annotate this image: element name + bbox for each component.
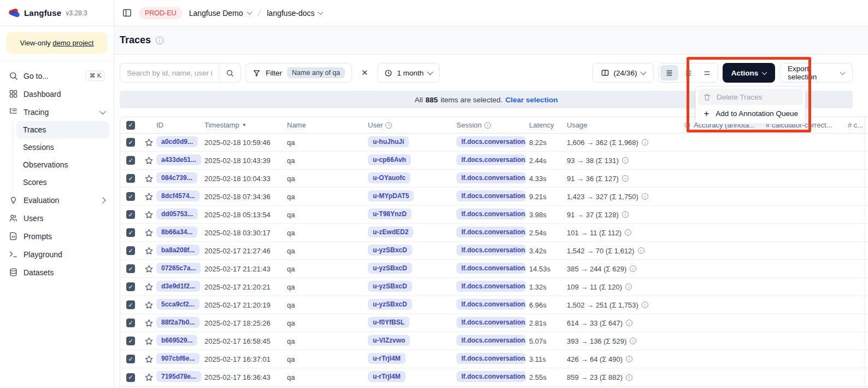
org-switcher[interactable]: Langfuse Demo bbox=[189, 9, 251, 18]
sidebar-item-users[interactable]: Users bbox=[4, 209, 109, 227]
menu-item-delete-traces[interactable]: Delete Traces bbox=[698, 89, 803, 105]
session-badge[interactable]: lf.docs.conversation... bbox=[456, 172, 526, 183]
row-checkbox[interactable]: ✓ bbox=[126, 264, 135, 273]
table-row[interactable]: ✓ d3e9d1f2... 2025-02-17 21:20:21 qa u-y… bbox=[120, 278, 868, 296]
user-badge[interactable]: u-yzSBxcD bbox=[368, 245, 412, 256]
sidebar-item-evaluation[interactable]: Evaluation bbox=[4, 191, 109, 209]
sidebar-subitem[interactable]: Traces bbox=[16, 121, 109, 138]
star-icon[interactable] bbox=[144, 300, 154, 310]
trace-id-badge[interactable]: 7195d78e... bbox=[156, 371, 201, 382]
session-badge[interactable]: lf.docs.conversation... bbox=[456, 136, 526, 147]
user-badge[interactable]: u-OYauofc bbox=[368, 172, 410, 183]
actions-button[interactable]: Actions bbox=[723, 63, 775, 83]
row-checkbox[interactable]: ✓ bbox=[126, 282, 135, 291]
star-icon[interactable] bbox=[144, 228, 154, 238]
session-badge[interactable]: lf.docs.conversation... bbox=[456, 263, 526, 274]
trace-id-badge[interactable]: 8b66a34... bbox=[156, 227, 197, 238]
table-row[interactable]: ✓ 907cbf6e... 2025-02-17 16:37:01 qa u-r… bbox=[120, 350, 868, 368]
row-checkbox[interactable]: ✓ bbox=[126, 210, 135, 219]
col-header-user[interactable]: Useri bbox=[368, 121, 456, 129]
table-row[interactable]: ✓ b669529... 2025-02-17 16:58:45 qa u-VI… bbox=[120, 332, 868, 350]
star-icon[interactable] bbox=[144, 355, 154, 364]
session-badge[interactable]: lf.docs.conversation... bbox=[456, 371, 526, 382]
user-badge[interactable]: u-rTrjI4M bbox=[368, 353, 406, 364]
row-checkbox[interactable]: ✓ bbox=[126, 373, 135, 382]
col-header-latency[interactable]: Latency bbox=[529, 121, 567, 129]
trace-id-badge[interactable]: ba8a208f... bbox=[156, 245, 200, 256]
user-badge[interactable]: u-yzSBxcD bbox=[368, 299, 412, 310]
trace-id-badge[interactable]: b669529... bbox=[156, 335, 197, 346]
trace-id-badge[interactable]: dd05753... bbox=[156, 209, 198, 219]
session-badge[interactable]: lf.docs.conversation... bbox=[456, 227, 526, 238]
export-selection-button[interactable]: Export selection bbox=[779, 63, 853, 83]
table-row[interactable]: ✓ 8b66a34... 2025-02-18 03:30:17 qa u-zE… bbox=[120, 224, 868, 242]
info-icon[interactable]: i bbox=[642, 302, 648, 308]
user-badge[interactable]: u-yzSBxcD bbox=[368, 281, 412, 292]
star-icon[interactable] bbox=[144, 174, 154, 183]
session-badge[interactable]: lf.docs.conversation... bbox=[456, 245, 526, 256]
clear-filter-button[interactable]: ✕ bbox=[356, 65, 373, 81]
star-icon[interactable] bbox=[144, 282, 154, 292]
star-icon[interactable] bbox=[144, 337, 154, 346]
star-icon[interactable] bbox=[144, 264, 154, 274]
table-row[interactable]: ✓ ba8a208f... 2025-02-17 21:27:46 qa u-y… bbox=[120, 242, 868, 260]
trace-id-badge[interactable]: a433de51... bbox=[156, 154, 201, 165]
trace-id-badge[interactable]: 8dcf4574... bbox=[156, 190, 200, 201]
trace-id-badge[interactable]: 907cbf6e... bbox=[156, 353, 200, 364]
search-input[interactable] bbox=[120, 63, 219, 82]
user-badge[interactable]: u-MYpDAT5 bbox=[368, 190, 414, 201]
table-row[interactable]: ✓ 88f2a7b0... 2025-02-17 18:25:26 qa u-f… bbox=[120, 314, 868, 332]
col-header-session[interactable]: Sessioni bbox=[456, 121, 529, 129]
user-badge[interactable]: u-yzSBxcD bbox=[368, 263, 412, 274]
sidebar-subitem[interactable]: Observations bbox=[16, 156, 109, 173]
trace-id-badge[interactable]: d3e9d1f2... bbox=[156, 281, 200, 292]
table-row[interactable]: ✓ 8dcf4574... 2025-02-18 07:34:36 qa u-M… bbox=[120, 188, 868, 206]
row-checkbox[interactable]: ✓ bbox=[126, 355, 135, 363]
info-icon[interactable]: i bbox=[630, 265, 636, 272]
info-icon[interactable]: i bbox=[156, 37, 163, 44]
star-icon[interactable] bbox=[144, 138, 154, 147]
session-badge[interactable]: lf.docs.conversation... bbox=[456, 317, 526, 328]
row-checkbox[interactable]: ✓ bbox=[126, 337, 135, 345]
info-icon[interactable]: i bbox=[626, 356, 632, 362]
col-header-usage[interactable]: Usage bbox=[567, 121, 684, 129]
filter-button[interactable]: Filter Name any of qa bbox=[245, 63, 352, 83]
row-height-small-button[interactable] bbox=[660, 65, 678, 80]
row-checkbox[interactable]: ✓ bbox=[126, 174, 135, 183]
project-switcher[interactable]: langfuse-docs bbox=[267, 9, 322, 18]
star-icon[interactable] bbox=[144, 373, 154, 382]
table-row[interactable]: ✓ a433de51... 2025-02-18 10:43:39 qa u-c… bbox=[120, 152, 868, 170]
session-badge[interactable]: lf.docs.conversation... bbox=[456, 154, 526, 165]
table-row[interactable]: ✓ 5cca9cf2... 2025-02-17 21:20:19 qa u-y… bbox=[120, 296, 868, 314]
session-badge[interactable]: lf.docs.conversation... bbox=[456, 190, 526, 201]
clear-selection-link[interactable]: Clear selection bbox=[505, 96, 558, 104]
goto-search[interactable]: Go to... ⌘ K bbox=[4, 67, 109, 85]
session-badge[interactable]: lf.docs.conversation... bbox=[456, 335, 526, 346]
trace-id-badge[interactable]: a0cd0d9... bbox=[156, 136, 198, 147]
session-badge[interactable]: lf.docs.conversation... bbox=[456, 353, 526, 364]
user-badge[interactable]: u-huJhuJi bbox=[368, 136, 409, 147]
trace-id-badge[interactable]: 5cca9cf2... bbox=[156, 299, 200, 310]
star-icon[interactable] bbox=[144, 246, 154, 256]
sidebar-toggle-icon[interactable] bbox=[122, 8, 132, 18]
star-icon[interactable] bbox=[144, 210, 154, 219]
table-row[interactable]: ✓ 07265c7a... 2025-02-17 21:21:43 qa u-y… bbox=[120, 260, 868, 278]
info-icon[interactable]: i bbox=[625, 229, 631, 236]
info-icon[interactable]: i bbox=[630, 338, 636, 344]
user-badge[interactable]: u-T98YnzD bbox=[368, 209, 412, 219]
info-icon[interactable]: i bbox=[622, 157, 629, 164]
table-row[interactable]: ✓ dd05753... 2025-02-18 05:13:54 qa u-T9… bbox=[120, 206, 868, 224]
sidebar-subitem[interactable]: Scores bbox=[16, 173, 109, 191]
info-icon[interactable]: i bbox=[622, 211, 629, 218]
info-icon[interactable]: i bbox=[626, 374, 632, 381]
user-badge[interactable]: u-zEwdED2 bbox=[368, 227, 413, 238]
sidebar-item-datasets[interactable]: Datasets bbox=[4, 263, 109, 281]
user-badge[interactable]: u-cp66Avh bbox=[368, 154, 411, 165]
session-badge[interactable]: lf.docs.conversation... bbox=[456, 281, 526, 292]
user-badge[interactable]: u-f0YfBSL bbox=[368, 317, 409, 328]
sidebar-item-tracing[interactable]: Tracing bbox=[4, 103, 109, 121]
row-checkbox[interactable]: ✓ bbox=[126, 246, 135, 255]
sidebar-item-prompts[interactable]: Prompts bbox=[4, 227, 109, 245]
trace-id-badge[interactable]: 084c739... bbox=[156, 172, 197, 183]
col-header-name[interactable]: Name bbox=[287, 121, 368, 129]
